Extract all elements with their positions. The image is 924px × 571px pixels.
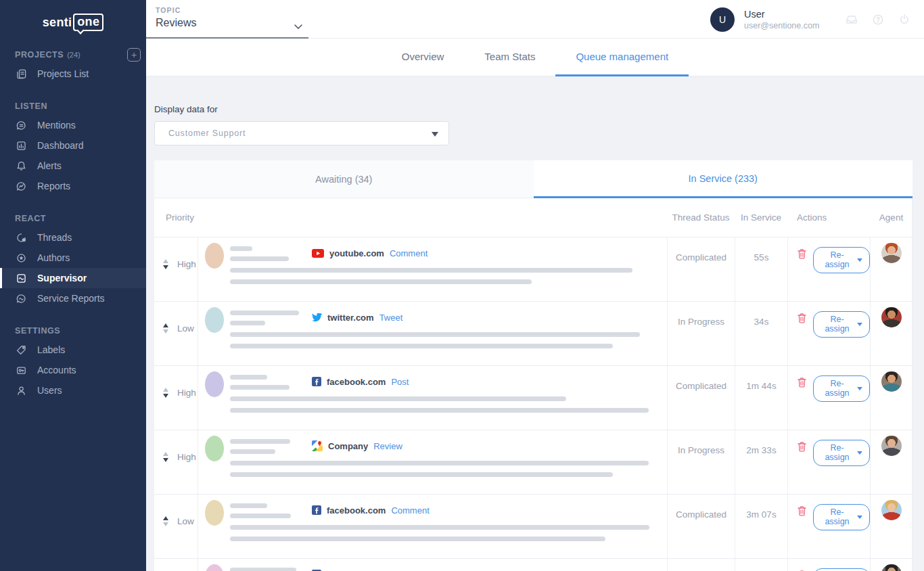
priority-up-icon[interactable]: [163, 259, 168, 263]
in-service-time: 34s: [735, 302, 787, 365]
user-avatar[interactable]: U: [710, 7, 735, 32]
caret-down-icon: [857, 387, 862, 390]
in-service-time: 1m 44s: [735, 366, 787, 430]
agent-avatar: [881, 307, 902, 327]
source-type-link[interactable]: Comment: [390, 248, 428, 258]
tab-team-stats[interactable]: Team Stats: [464, 39, 555, 76]
delete-button[interactable]: [797, 313, 807, 326]
google-maps-icon: [312, 440, 323, 451]
sidebar-item-label: Users: [37, 385, 62, 396]
source-type-link[interactable]: Comment: [391, 505, 429, 516]
author-name-placeholder: [230, 503, 267, 508]
content-placeholder: [230, 408, 649, 413]
section-label: LISTEN: [15, 101, 47, 111]
thread-status: Complicated: [667, 495, 735, 558]
sidebar-item-threads[interactable]: Threads: [0, 227, 146, 248]
sidebar-item-dashboard[interactable]: Dashboard: [0, 135, 146, 156]
content-placeholder: [230, 472, 613, 477]
add-project-button[interactable]: +: [127, 48, 141, 62]
trash-icon: [797, 441, 807, 453]
priority-arrows[interactable]: [163, 388, 168, 398]
team-select[interactable]: Customer Support: [154, 121, 449, 145]
priority-arrows[interactable]: [163, 323, 168, 334]
source-type-link[interactable]: Review: [373, 441, 402, 451]
reassign-button[interactable]: Re-assign: [813, 311, 870, 338]
priority-up-icon[interactable]: [163, 452, 168, 456]
sidebar-item-mentions[interactable]: Mentions: [0, 115, 146, 135]
sidebar-item-label: Projects List: [37, 68, 89, 79]
header-priority: Priority: [154, 212, 198, 223]
sidebar-section-settings: SETTINGS: [0, 326, 146, 336]
delete-button[interactable]: [797, 377, 807, 390]
section-label: PROJECTS: [15, 50, 64, 60]
trash-icon: [797, 248, 807, 260]
reassign-button[interactable]: Re-assign: [813, 504, 870, 530]
sidebar-item-reports[interactable]: Reports: [0, 176, 146, 196]
delete-button[interactable]: [797, 505, 807, 519]
sidebar-item-users[interactable]: Users: [0, 380, 146, 401]
reassign-label: Re-assign: [821, 315, 853, 334]
priority-down-icon[interactable]: [163, 265, 168, 269]
alerts-icon: [16, 160, 27, 172]
table-row: Low facebook.com Comment: [154, 494, 912, 558]
help-icon[interactable]: [872, 14, 884, 26]
tab-overview[interactable]: Overview: [382, 39, 465, 76]
reassign-label: Re-assign: [821, 379, 853, 398]
sidebar-item-alerts[interactable]: Alerts: [0, 156, 146, 176]
delete-button[interactable]: [797, 441, 807, 455]
caret-down-icon: [857, 323, 862, 326]
brand-logo-prefix: senti: [43, 16, 72, 30]
reassign-button[interactable]: Re-assign: [813, 440, 870, 466]
chevron-down-icon[interactable]: [294, 24, 302, 29]
priority-arrows[interactable]: [163, 452, 168, 462]
delete-button[interactable]: [797, 248, 807, 262]
priority-up-icon[interactable]: [163, 516, 168, 520]
sidebar-item-service-reports[interactable]: Service Reports: [0, 288, 146, 309]
youtube-icon: [312, 249, 324, 258]
sidebar-item-projects-list[interactable]: Projects List: [0, 64, 146, 84]
filter-label: Display data for: [154, 104, 924, 114]
source-type-link[interactable]: Tweet: [379, 313, 403, 323]
priority-down-icon[interactable]: [163, 522, 168, 526]
source-type-link[interactable]: Post: [391, 377, 409, 387]
reassign-button[interactable]: Re-assign: [813, 247, 870, 273]
priority-down-icon[interactable]: [163, 329, 168, 334]
sidebar-item-authors[interactable]: Authors: [0, 248, 146, 268]
sidebar-item-labels[interactable]: Labels: [0, 340, 146, 360]
topbar-icons: [846, 14, 910, 26]
priority-down-icon[interactable]: [163, 458, 168, 462]
reports-icon: [16, 181, 27, 192]
agent-avatar: [881, 564, 902, 571]
user-name: User: [744, 9, 846, 20]
reassign-label: Re-assign: [821, 443, 853, 462]
user-texts: User user@sentione.com: [744, 9, 846, 30]
mentions-icon: [16, 120, 27, 131]
priority-arrows[interactable]: [163, 516, 168, 526]
priority-up-icon[interactable]: [163, 388, 168, 392]
table-row: Low twitter.com Tweet: [154, 301, 912, 365]
content-placeholder: [230, 344, 613, 348]
threads-icon: [16, 232, 27, 244]
tab-awaiting[interactable]: Awaiting (34): [154, 160, 534, 198]
priority-label: Low: [177, 516, 194, 526]
in-service-time: 3m 07s: [735, 495, 787, 558]
agent-avatar: [881, 243, 902, 263]
priority-up-icon[interactable]: [163, 323, 168, 327]
sidebar-item-supervisor[interactable]: Supervisor: [0, 268, 146, 288]
inbox-icon[interactable]: [846, 14, 858, 26]
header-actions: Actions: [787, 212, 870, 223]
twitter-icon: [312, 313, 322, 322]
agent-avatar: [881, 436, 902, 456]
table-row: High facebook.com Post: [154, 558, 912, 571]
source-name: facebook.com: [327, 377, 386, 387]
priority-arrows[interactable]: [163, 259, 168, 269]
topic-select[interactable]: TOPIC Reviews: [156, 6, 196, 29]
sidebar-item-accounts[interactable]: Accounts: [0, 360, 146, 380]
reassign-button[interactable]: Re-assign: [813, 568, 870, 571]
brand-logo[interactable]: sentione: [0, 0, 146, 39]
power-icon[interactable]: [898, 14, 910, 26]
priority-down-icon[interactable]: [163, 394, 168, 398]
reassign-button[interactable]: Re-assign: [813, 375, 870, 402]
tab-queue-management[interactable]: Queue management: [555, 39, 689, 76]
tab-in-service[interactable]: In Service (233): [534, 160, 913, 198]
